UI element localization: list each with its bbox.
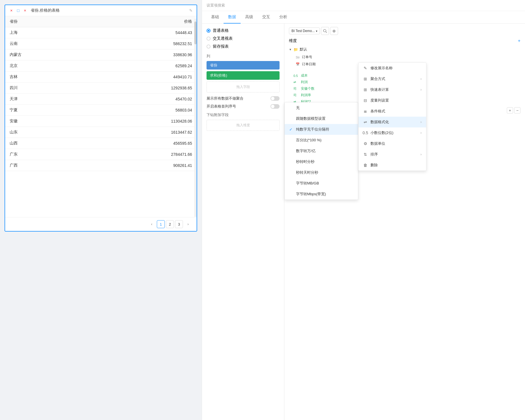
- radio-normal-indicator: [207, 29, 211, 33]
- cell-price: 338630.96: [84, 49, 197, 60]
- context-menu-item[interactable]: ⇌ 数据格式化 ›: [359, 117, 426, 127]
- group-default-header[interactable]: ▼ 📁 默认: [289, 47, 520, 52]
- dim-type-str: Str: [296, 56, 300, 59]
- table-row: 广西908261.41: [5, 160, 197, 171]
- radio-normal-table[interactable]: 普通表格: [207, 28, 280, 33]
- left-panel: × □ × 省份,价格的表格 ✎ 省份 价格 上海54448.43云南58623…: [0, 0, 202, 420]
- table-row: 吉林449410.71: [5, 72, 197, 83]
- table-toolbar: × □ × 省份,价格的表格 ✎: [5, 5, 197, 16]
- right-content: 普通表格 交叉透视表 留存报表 列 省份 求和(价格) 拖入字段 展示所有数据不…: [202, 24, 525, 420]
- toggle-row-number-switch[interactable]: [270, 104, 280, 109]
- measure-type-icon: 司: [293, 87, 299, 91]
- cell-price: 908261.41: [84, 160, 197, 171]
- copy-icon[interactable]: □: [16, 8, 20, 13]
- search-icon-button[interactable]: [321, 27, 329, 35]
- page-3[interactable]: 3: [175, 220, 183, 228]
- radio-group: 普通表格 交叉透视表 留存报表: [207, 28, 280, 49]
- table-title: 省份,价格的表格: [31, 8, 187, 13]
- page-prev[interactable]: ‹: [148, 220, 156, 228]
- table-row: 上海54448.43: [5, 27, 197, 38]
- context-menu-item[interactable]: ⊞ 快速表计算 ›: [359, 84, 426, 95]
- measure-label: 利润: [301, 80, 308, 85]
- cell-province: 山西: [5, 138, 84, 149]
- menu-item-left: ⊞ 聚合方式: [363, 76, 385, 81]
- toggle-no-aggregate-switch[interactable]: [270, 96, 280, 101]
- measure-type-icon: 司: [293, 93, 299, 97]
- tab-interact[interactable]: 交互: [258, 11, 275, 24]
- cell-province: 广东: [5, 149, 84, 160]
- page-2[interactable]: 2: [166, 220, 174, 228]
- drop-field-area[interactable]: 拖入字段: [207, 81, 280, 93]
- radio-cross-label: 交叉透视表: [213, 36, 233, 41]
- menu-item-icon: ⇌: [363, 120, 368, 124]
- table-row: 宁夏56803.04: [5, 105, 197, 116]
- context-menu-item[interactable]: ✎ 修改展示名称: [359, 63, 426, 74]
- svg-line-1: [326, 32, 327, 33]
- drill-section-label: 下钻附加字段: [207, 112, 280, 117]
- col-header-province: 省份: [5, 16, 84, 27]
- dim-type-date: 📅: [296, 62, 300, 66]
- tab-advanced[interactable]: 高级: [241, 11, 258, 24]
- menu-item-label: 度量列设置: [370, 98, 389, 103]
- cell-province: 云南: [5, 38, 84, 49]
- settings-search-bar[interactable]: 设置项搜索: [202, 0, 525, 11]
- radio-cross-table[interactable]: 交叉透视表: [207, 36, 280, 41]
- context-menu-item[interactable]: ⊟ 度量列设置: [359, 95, 426, 106]
- delete-icon[interactable]: ×: [23, 8, 27, 13]
- field-price-tag[interactable]: 求和(价格): [207, 71, 280, 80]
- context-menu-item[interactable]: ⚙ 数据单位: [359, 138, 426, 149]
- field-province-tag[interactable]: 省份: [207, 61, 280, 70]
- menu-item-left: ⊞ 快速表计算: [363, 87, 389, 92]
- table-row: 云南586232.51: [5, 38, 197, 49]
- cell-price: 1292938.65: [84, 83, 197, 94]
- drop-dimension-area[interactable]: 拖入维度: [207, 120, 280, 131]
- table-row: 四川1292938.65: [5, 83, 197, 94]
- page-1[interactable]: 1: [157, 220, 165, 228]
- scrollbar-thumb[interactable]: [194, 22, 197, 44]
- menu-item-left: 0.5 小数位数(2位): [363, 130, 393, 135]
- tab-basic[interactable]: 基础: [207, 11, 224, 24]
- menu-arrow-icon: ›: [420, 88, 422, 92]
- context-menu-item[interactable]: 🗑 删除: [359, 160, 426, 171]
- context-menu-item[interactable]: ⊞ 聚合方式 ›: [359, 74, 426, 84]
- cell-province: 广西: [5, 160, 84, 171]
- context-menu-item[interactable]: ⇅ 排序 ›: [359, 149, 426, 160]
- add-dimension-icon[interactable]: +: [518, 38, 520, 43]
- menu-arrow-icon: ›: [420, 77, 422, 81]
- context-menu-item[interactable]: 0.5 小数位数(2位) ›: [359, 127, 426, 138]
- table-row: 安徽1130428.06: [5, 116, 197, 127]
- menu-item-left: ⊟ 度量列设置: [363, 98, 389, 103]
- close-icon[interactable]: ×: [9, 8, 14, 13]
- page-next[interactable]: ›: [184, 220, 192, 228]
- table-row: 山东1613447.62: [5, 127, 197, 138]
- cell-price: 2784471.66: [84, 149, 197, 160]
- table-container: × □ × 省份,价格的表格 ✎ 省份 价格 上海54448.43云南58623…: [5, 5, 197, 232]
- scrollbar-track[interactable]: [194, 19, 197, 217]
- context-menu-item[interactable]: ≣ 条件格式: [359, 106, 426, 117]
- table-row: 内蒙古338630.96: [5, 49, 197, 60]
- cell-price: 456595.65: [84, 138, 197, 149]
- menu-item-label: 删除: [370, 163, 378, 168]
- dim-label-order-date: 订单日期: [302, 62, 316, 67]
- datasource-selector[interactable]: BI Test Demo... ▾: [289, 28, 320, 34]
- dim-item-order-no[interactable]: Str 订单号: [289, 54, 520, 61]
- menu-item-label: 修改展示名称: [370, 66, 393, 71]
- plus-button[interactable]: +: [507, 107, 513, 114]
- minus-button[interactable]: −: [514, 107, 520, 114]
- cell-province: 北京: [5, 60, 84, 72]
- radio-normal-label: 普通表格: [213, 28, 229, 33]
- tab-data[interactable]: 数据: [224, 11, 241, 24]
- edit-icon[interactable]: ✎: [189, 8, 193, 13]
- data-table: 省份 价格 上海54448.43云南586232.51内蒙古338630.96北…: [5, 16, 197, 171]
- radio-retain-table[interactable]: 留存报表: [207, 44, 280, 49]
- expand-icon-button[interactable]: ⊕: [330, 27, 338, 35]
- menu-item-label: 条件格式: [370, 109, 385, 114]
- cell-province: 宁夏: [5, 105, 84, 116]
- tab-analysis[interactable]: 分析: [275, 11, 292, 24]
- menu-item-label: 小数位数(2位): [370, 130, 393, 135]
- menu-item-icon: ⊟: [363, 98, 368, 103]
- right-panel: 设置项搜索 基础 数据 高级 交互 分析 普通表格 交叉透视表 留存报表: [202, 0, 525, 420]
- cell-province: 内蒙古: [5, 49, 84, 60]
- measure-type-icon: ⇌: [293, 80, 299, 84]
- cell-province: 安徽: [5, 116, 84, 127]
